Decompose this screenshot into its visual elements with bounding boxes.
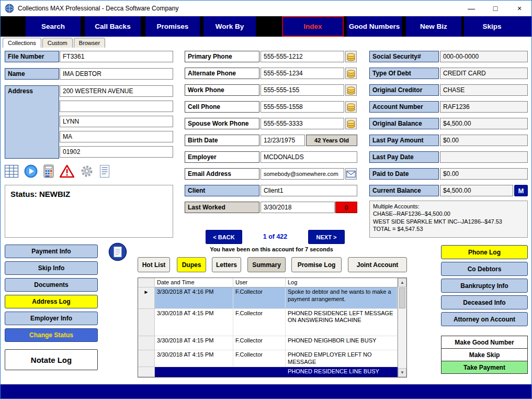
nav-skips[interactable]: Skips	[464, 16, 520, 37]
header-date-time[interactable]: Date and Time	[155, 278, 233, 287]
ssn-label: Social Security#	[369, 51, 439, 62]
tab-custom[interactable]: Custom	[42, 38, 73, 48]
spouse-work-phone-input[interactable]: 555-555-3333	[261, 118, 344, 129]
birth-date-label: Birth Date	[185, 135, 259, 146]
send-email-button[interactable]	[345, 168, 357, 180]
account-number-input[interactable]: RAF1236	[440, 101, 528, 113]
log-table-header: Date and Time User Log	[138, 278, 398, 287]
multiple-accounts-button[interactable]: M	[514, 185, 528, 196]
type-of-debt-input[interactable]: CREDIT CARD	[440, 68, 528, 79]
scroll-down-button[interactable]: ▼	[398, 368, 406, 377]
header-log[interactable]: Log	[286, 278, 398, 287]
play-icon[interactable]	[24, 164, 38, 180]
employer-input[interactable]: MCDONALDS	[261, 151, 357, 163]
documents-button[interactable]: Documents	[5, 278, 98, 292]
address-line2-input[interactable]	[60, 101, 173, 112]
bankruptcy-info-button[interactable]: Bankruptcy Info	[441, 279, 528, 293]
promise-log-button[interactable]: Promise Log	[291, 257, 342, 272]
log-row-partial[interactable]: PHONED RESIDENCE LINE BUSY	[138, 367, 398, 377]
name-input[interactable]: IMA DEBTOR	[60, 68, 173, 80]
skip-info-button[interactable]: Skip Info	[5, 261, 98, 275]
take-payment-button[interactable]: Take Payment	[441, 361, 528, 374]
close-button[interactable]: ×	[507, 1, 531, 16]
notate-log-button[interactable]: Notate Log	[5, 349, 98, 370]
worked-today-count: 0	[335, 202, 357, 213]
status-text: Status: NEWBIZ	[10, 190, 70, 198]
letters-button[interactable]: Letters	[212, 257, 241, 272]
multiple-accounts-line: WEST SIDE SPARKLE MKT INC--JA1286--$47.5…	[373, 218, 524, 225]
current-balance-input[interactable]: $4,500.00	[440, 185, 513, 196]
make-good-number-button[interactable]: Make Good Number	[441, 336, 528, 349]
client-input[interactable]: Client1	[261, 185, 357, 196]
dial-alternate-button[interactable]	[345, 68, 357, 79]
maximize-button[interactable]: □	[483, 1, 507, 16]
back-button[interactable]: < BACK	[206, 230, 242, 244]
alternate-phone-input[interactable]: 555-555-1234	[261, 68, 344, 79]
dial-primary-button[interactable]	[345, 51, 357, 62]
scroll-thumb[interactable]	[399, 287, 405, 308]
dupes-button[interactable]: Dupes	[177, 257, 206, 272]
summary-button[interactable]: Summary	[247, 257, 286, 272]
calendar-icon[interactable]	[5, 165, 18, 180]
phone-log-button[interactable]: Phone Log	[441, 245, 528, 259]
file-number-input[interactable]: FT3361	[60, 51, 173, 62]
log-row[interactable]: 3/30/2018 AT 4:15 PM F.Collector PHONED …	[138, 350, 398, 367]
nav-good-numbers[interactable]: Good Numbers	[347, 16, 402, 37]
header-user[interactable]: User	[233, 278, 286, 287]
cell-phone-input[interactable]: 555-555-1558	[261, 101, 344, 113]
email-input[interactable]: somebody@somewhere.com	[261, 168, 344, 180]
scroll-up-button[interactable]: ▲	[398, 278, 406, 287]
last-pay-date-input[interactable]	[440, 151, 528, 163]
document-icon[interactable]	[99, 164, 110, 180]
birth-date-input[interactable]: 12/23/1975	[261, 135, 305, 146]
nav-work-by[interactable]: Work By	[203, 16, 256, 37]
nav-call-backs[interactable]: Call Backs	[85, 16, 141, 37]
joint-account-button[interactable]: Joint Account	[348, 257, 407, 272]
gear-icon[interactable]	[80, 164, 94, 180]
original-balance-input[interactable]: $4,500.00	[440, 118, 528, 129]
employer-info-button[interactable]: Employer Info	[5, 312, 98, 325]
nav-search[interactable]: Search	[26, 16, 81, 37]
zip-input[interactable]: 01902	[60, 146, 173, 158]
dial-cell-button[interactable]	[345, 101, 357, 113]
primary-phone-input[interactable]: 555-555-1212	[261, 51, 344, 62]
work-phone-input[interactable]: 555-555-155	[261, 84, 344, 96]
next-button[interactable]: NEXT >	[308, 230, 345, 244]
session-timer-note: You have been on this account for 7 seco…	[185, 246, 358, 252]
log-row[interactable]: 3/30/2018 AT 4:15 PM F.Collector PHONED …	[138, 309, 398, 336]
minimize-button[interactable]: —	[459, 1, 483, 16]
attorney-on-account-button[interactable]: Attorney on Account	[441, 312, 528, 326]
warning-icon[interactable]	[60, 164, 74, 180]
row-selector	[138, 309, 155, 336]
vertical-scrollbar[interactable]: ▲ ▼	[398, 278, 406, 377]
deceased-info-button[interactable]: Deceased Info	[441, 295, 528, 309]
tab-browser[interactable]: Browser	[74, 38, 105, 48]
hot-list-button[interactable]: Hot List	[138, 257, 170, 272]
scroll-track[interactable]	[398, 308, 406, 368]
last-worked-input[interactable]: 3/30/2018	[261, 202, 335, 213]
status-box: Status: NEWBIZ	[5, 185, 173, 238]
dial-work-button[interactable]	[345, 84, 357, 96]
payment-info-button[interactable]: Payment Info	[5, 245, 98, 258]
notate-icon[interactable]	[108, 242, 127, 263]
paid-to-date-input[interactable]: $0.00	[440, 168, 528, 180]
dial-spouse-button[interactable]	[345, 118, 357, 129]
nav-new-biz[interactable]: New Biz	[406, 16, 461, 37]
address-line1-input[interactable]: 200 WESTERN AVENUE	[60, 85, 173, 97]
state-input[interactable]: MA	[60, 131, 173, 142]
row-selector	[138, 336, 155, 350]
change-status-button[interactable]: Change Status	[5, 328, 98, 342]
tab-collections[interactable]: Collections	[3, 38, 41, 48]
ssn-input[interactable]: 000-00-0000	[440, 51, 528, 62]
log-row[interactable]: ► 3/30/2018 AT 4:16 PM F.Collector Spoke…	[138, 287, 398, 309]
last-pay-amount-input[interactable]: $0.00	[440, 135, 528, 146]
log-row[interactable]: 3/30/2018 AT 4:15 PM F.Collector PHONED …	[138, 336, 398, 350]
nav-index[interactable]: Index	[282, 16, 344, 37]
original-creditor-input[interactable]: CHASE	[440, 84, 528, 96]
address-log-button[interactable]: Address Log	[5, 295, 98, 308]
nav-promises[interactable]: Promises	[145, 16, 200, 37]
co-debtors-button[interactable]: Co Debtors	[441, 262, 528, 276]
make-skip-button[interactable]: Make Skip	[441, 348, 528, 361]
city-input[interactable]: LYNN	[60, 116, 173, 127]
calculator-icon[interactable]	[43, 164, 54, 180]
